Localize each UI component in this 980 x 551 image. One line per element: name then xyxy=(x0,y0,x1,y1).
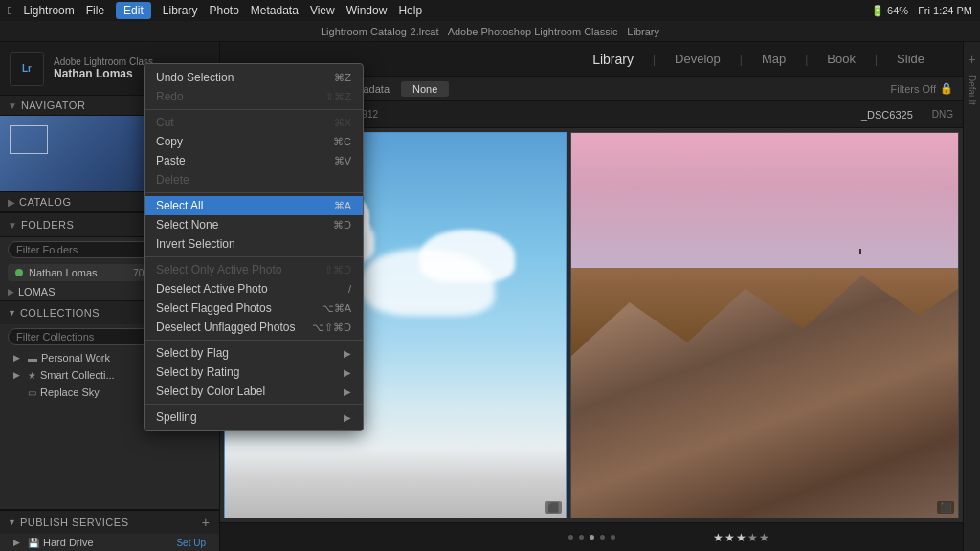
filmstrip: ★ ★ ★ ★ ★ xyxy=(220,522,963,551)
menu-select-none-label: Select None xyxy=(156,218,218,231)
publish-hard-drive[interactable]: ▶ 💾 Hard Drive Set Up xyxy=(0,534,219,551)
menu-cut[interactable]: Cut ⌘X xyxy=(145,113,363,132)
mac-bar-right: 🔋 64% Fri 1:24 PM xyxy=(871,5,972,17)
star-2: ★ xyxy=(724,531,735,544)
menu-spelling-label: Spelling xyxy=(156,410,197,424)
menu-spelling[interactable]: Spelling ▶ xyxy=(145,408,363,427)
menu-redo[interactable]: Redo ⇧⌘Z xyxy=(145,87,363,106)
tab-slide[interactable]: Slide xyxy=(897,48,924,70)
menu-select-all[interactable]: Select All ⌘A xyxy=(145,196,363,215)
photo2-name: _DSC6325 xyxy=(861,109,913,121)
tab-map[interactable]: Map xyxy=(762,48,786,70)
edit-dropdown-menu: Undo Selection ⌘Z Redo ⇧⌘Z Cut ⌘X Copy ⌘… xyxy=(144,63,364,431)
submenu-arrow-rating: ▶ xyxy=(344,367,351,378)
tab-library[interactable]: Library xyxy=(592,48,634,71)
desert-photo-badge: ⬛ xyxy=(937,501,954,514)
menu-sep-5 xyxy=(145,404,363,405)
menu-undo-shortcut: ⌘Z xyxy=(334,72,351,84)
submenu-arrow-spelling: ▶ xyxy=(344,412,351,423)
filter-none-btn[interactable]: None xyxy=(401,81,449,97)
menu-select-only-active-label: Select Only Active Photo xyxy=(156,263,281,276)
navigator-toggle-icon: ▼ xyxy=(8,100,17,111)
titlebar-text: Lightroom Catalog-2.lrcat - Adobe Photos… xyxy=(321,26,659,37)
menu-deselect-unflagged[interactable]: Deselect Unflagged Photos ⌥⇧⌘D xyxy=(145,318,363,337)
apple-icon:  xyxy=(8,4,11,17)
menu-select-flagged[interactable]: Select Flagged Photos ⌥⌘A xyxy=(145,298,363,318)
tab-book[interactable]: Book xyxy=(827,48,856,70)
photo-thumb-desert[interactable]: ⬛ xyxy=(570,132,959,518)
menu-deselect-active[interactable]: Deselect Active Photo / xyxy=(145,279,363,298)
menu-select-by-rating-label: Select by Rating xyxy=(156,365,239,379)
right-panel-add-btn[interactable]: + xyxy=(968,52,975,67)
collection-expand-icon: ▶ xyxy=(13,353,20,363)
view-menu[interactable]: View xyxy=(310,4,335,17)
photo-menu[interactable]: Photo xyxy=(209,4,238,17)
window-menu[interactable]: Window xyxy=(346,4,388,17)
menu-invert-label: Invert Selection xyxy=(156,237,235,251)
menu-select-flagged-label: Select Flagged Photos xyxy=(156,301,272,315)
collection-album-icon: ▭ xyxy=(28,387,36,398)
metadata-menu[interactable]: Metadata xyxy=(251,4,299,17)
menu-select-only-active[interactable]: Select Only Active Photo ⇧⌘D xyxy=(145,260,363,279)
menu-paste[interactable]: Paste ⌘V xyxy=(145,151,363,170)
divider-4: | xyxy=(875,53,878,66)
menu-select-by-flag[interactable]: Select by Flag ▶ xyxy=(145,343,363,363)
menu-select-only-active-shortcut: ⇧⌘D xyxy=(324,264,351,276)
help-menu[interactable]: Help xyxy=(398,4,422,17)
menu-deselect-unflagged-label: Deselect Unflagged Photos xyxy=(156,320,295,334)
folders-toggle-icon: ▼ xyxy=(8,220,17,231)
collection-smart-expand-icon: ▶ xyxy=(13,370,20,380)
menu-select-by-flag-label: Select by Flag xyxy=(156,346,229,360)
film-dot-2 xyxy=(579,535,584,540)
divider-2: | xyxy=(740,53,743,66)
publish-header[interactable]: ▼ Publish Services + xyxy=(0,511,219,534)
publish-expand-icon: ▶ xyxy=(13,538,20,547)
menu-undo-selection[interactable]: Undo Selection ⌘Z xyxy=(145,68,363,87)
menu-invert-selection[interactable]: Invert Selection xyxy=(145,234,363,253)
tab-develop[interactable]: Develop xyxy=(675,48,721,70)
folder-name-lomas: LOMAS xyxy=(18,286,56,298)
disk-status-icon xyxy=(15,269,23,276)
film-dot-3 xyxy=(590,535,594,540)
file-menu[interactable]: File xyxy=(86,4,104,17)
publish-add-button[interactable]: + xyxy=(200,515,212,530)
menu-select-all-shortcut: ⌘A xyxy=(334,200,351,212)
publish-section: ▼ Publish Services + ▶ 💾 Hard Drive Set … xyxy=(0,510,219,551)
app-titlebar: Lightroom Catalog-2.lrcat - Adobe Photos… xyxy=(0,21,980,42)
library-menu[interactable]: Library xyxy=(163,4,198,17)
edit-menu-active[interactable]: Edit xyxy=(116,2,151,19)
collections-toggle-icon: ▼ xyxy=(8,308,16,318)
menu-select-by-color[interactable]: Select by Color Label ▶ xyxy=(145,382,363,401)
menu-select-by-rating[interactable]: Select by Rating ▶ xyxy=(145,363,363,382)
submenu-arrow-flag: ▶ xyxy=(344,348,351,359)
folder-triangle-icon: ▶ xyxy=(8,287,14,297)
collection-folder-icon: ▬ xyxy=(28,353,37,364)
star-1: ★ xyxy=(713,531,724,544)
menu-copy[interactable]: Copy ⌘C xyxy=(145,132,363,151)
mac-os-bar:  Lightroom File Edit Library Photo Meta… xyxy=(0,0,980,21)
menu-select-none-shortcut: ⌘D xyxy=(333,219,351,231)
menu-copy-label: Copy xyxy=(156,135,183,148)
collection-smart-icon: ★ xyxy=(28,370,36,381)
menu-cut-shortcut: ⌘X xyxy=(334,117,351,129)
menu-sep-2 xyxy=(145,192,363,193)
publish-label: Publish Services xyxy=(20,517,200,528)
menu-select-none[interactable]: Select None ⌘D xyxy=(145,215,363,234)
default-label: Default xyxy=(967,75,977,105)
menu-paste-label: Paste xyxy=(156,154,186,167)
battery-icon: 🔋 64% xyxy=(871,5,908,17)
navigator-box xyxy=(10,125,48,154)
lr-icon: Lr xyxy=(10,52,44,86)
menu-deselect-unflagged-shortcut: ⌥⇧⌘D xyxy=(312,321,351,334)
mac-bar-left:  Lightroom File Edit Library Photo Meta… xyxy=(8,2,422,19)
hard-drive-icon: 💾 xyxy=(28,538,39,548)
menu-sep-1 xyxy=(145,109,363,110)
lightroom-app-name: Lightroom xyxy=(23,4,74,17)
menu-redo-shortcut: ⇧⌘Z xyxy=(325,91,351,103)
menu-sep-4 xyxy=(145,340,363,341)
menu-delete[interactable]: Delete xyxy=(145,170,363,189)
photo2-format: DNG xyxy=(932,109,953,120)
star-5: ★ xyxy=(759,531,769,544)
publish-setup-btn[interactable]: Set Up xyxy=(176,538,206,548)
figure-silhouette xyxy=(859,249,861,254)
